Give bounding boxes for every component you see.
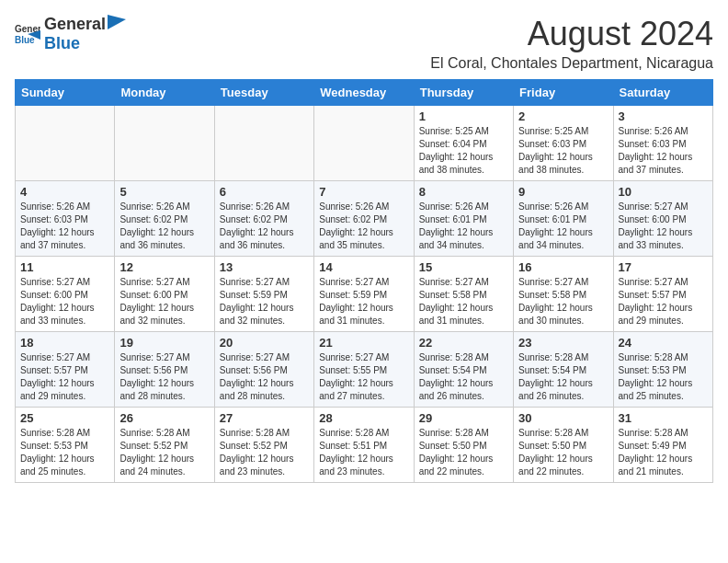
day-info: Sunrise: 5:28 AM Sunset: 5:49 PM Dayligh…: [619, 427, 708, 478]
day-number: 23: [518, 336, 608, 350]
calendar-cell: 3Sunrise: 5:26 AM Sunset: 6:03 PM Daylig…: [613, 106, 712, 181]
calendar-cell: 5Sunrise: 5:26 AM Sunset: 6:02 PM Daylig…: [115, 181, 214, 257]
day-number: 10: [619, 185, 708, 199]
week-row-2: 4Sunrise: 5:26 AM Sunset: 6:03 PM Daylig…: [16, 181, 713, 257]
weekday-header-tuesday: Tuesday: [214, 80, 313, 106]
day-info: Sunrise: 5:28 AM Sunset: 5:52 PM Dayligh…: [220, 427, 309, 478]
calendar-cell: 20Sunrise: 5:27 AM Sunset: 5:56 PM Dayli…: [214, 332, 313, 408]
page-header: General Blue General Blue August 2024 El…: [15, 15, 713, 72]
day-number: 15: [419, 260, 508, 274]
day-number: 9: [518, 185, 608, 199]
day-info: Sunrise: 5:26 AM Sunset: 6:03 PM Dayligh…: [20, 201, 109, 252]
day-number: 16: [518, 260, 608, 274]
day-number: 18: [20, 336, 109, 350]
weekday-header-sunday: Sunday: [16, 80, 115, 106]
day-info: Sunrise: 5:27 AM Sunset: 5:57 PM Dayligh…: [619, 276, 708, 327]
calendar-cell: 11Sunrise: 5:27 AM Sunset: 6:00 PM Dayli…: [16, 257, 115, 332]
day-info: Sunrise: 5:28 AM Sunset: 5:54 PM Dayligh…: [518, 351, 608, 403]
day-number: 4: [20, 185, 109, 199]
day-info: Sunrise: 5:28 AM Sunset: 5:50 PM Dayligh…: [518, 427, 608, 478]
day-info: Sunrise: 5:26 AM Sunset: 6:01 PM Dayligh…: [518, 201, 608, 252]
day-number: 1: [419, 109, 508, 123]
day-info: Sunrise: 5:28 AM Sunset: 5:53 PM Dayligh…: [619, 351, 708, 403]
day-info: Sunrise: 5:27 AM Sunset: 5:55 PM Dayligh…: [319, 351, 408, 403]
day-info: Sunrise: 5:26 AM Sunset: 6:01 PM Dayligh…: [419, 201, 508, 252]
day-info: Sunrise: 5:27 AM Sunset: 5:58 PM Dayligh…: [518, 276, 608, 327]
calendar-cell: [16, 106, 115, 181]
day-number: 12: [119, 260, 209, 274]
logo-icon: General Blue: [15, 21, 40, 47]
calendar-cell: 22Sunrise: 5:28 AM Sunset: 5:54 PM Dayli…: [414, 332, 513, 408]
day-number: 28: [319, 411, 408, 425]
logo-flag-icon: [108, 15, 126, 29]
main-title: August 2024: [430, 15, 713, 53]
day-info: Sunrise: 5:25 AM Sunset: 6:04 PM Dayligh…: [419, 125, 508, 177]
calendar-cell: 13Sunrise: 5:27 AM Sunset: 5:59 PM Dayli…: [214, 257, 313, 332]
day-number: 21: [319, 336, 408, 350]
weekday-header-row: SundayMondayTuesdayWednesdayThursdayFrid…: [16, 80, 713, 106]
subtitle: El Coral, Chontales Department, Nicaragu…: [430, 55, 713, 72]
day-number: 5: [119, 185, 209, 199]
calendar-cell: 19Sunrise: 5:27 AM Sunset: 5:56 PM Dayli…: [115, 332, 214, 408]
day-info: Sunrise: 5:27 AM Sunset: 5:56 PM Dayligh…: [220, 351, 309, 403]
weekday-header-wednesday: Wednesday: [314, 80, 414, 106]
day-info: Sunrise: 5:28 AM Sunset: 5:53 PM Dayligh…: [20, 427, 109, 478]
calendar-cell: 8Sunrise: 5:26 AM Sunset: 6:01 PM Daylig…: [414, 181, 513, 257]
day-number: 26: [119, 411, 209, 425]
day-number: 31: [619, 411, 708, 425]
calendar-cell: 29Sunrise: 5:28 AM Sunset: 5:50 PM Dayli…: [414, 408, 513, 483]
title-area: August 2024 El Coral, Chontales Departme…: [430, 15, 713, 72]
logo: General Blue General Blue: [15, 15, 126, 53]
day-number: 6: [220, 185, 309, 199]
day-number: 25: [20, 411, 109, 425]
day-number: 13: [220, 260, 309, 274]
day-number: 30: [518, 411, 608, 425]
calendar-cell: 7Sunrise: 5:26 AM Sunset: 6:02 PM Daylig…: [314, 181, 414, 257]
day-info: Sunrise: 5:27 AM Sunset: 6:00 PM Dayligh…: [20, 276, 109, 327]
day-info: Sunrise: 5:26 AM Sunset: 6:02 PM Dayligh…: [119, 201, 209, 252]
calendar-cell: 21Sunrise: 5:27 AM Sunset: 5:55 PM Dayli…: [314, 332, 414, 408]
week-row-1: 1Sunrise: 5:25 AM Sunset: 6:04 PM Daylig…: [16, 106, 713, 181]
calendar-cell: [115, 106, 214, 181]
day-number: 27: [220, 411, 309, 425]
calendar-cell: 16Sunrise: 5:27 AM Sunset: 5:58 PM Dayli…: [514, 257, 613, 332]
logo-blue-text: Blue: [44, 34, 80, 52]
calendar-cell: 25Sunrise: 5:28 AM Sunset: 5:53 PM Dayli…: [16, 408, 115, 483]
calendar-cell: [214, 106, 313, 181]
day-info: Sunrise: 5:27 AM Sunset: 5:56 PM Dayligh…: [119, 351, 209, 403]
day-number: 3: [619, 109, 708, 123]
weekday-header-friday: Friday: [514, 80, 613, 106]
calendar-cell: 18Sunrise: 5:27 AM Sunset: 5:57 PM Dayli…: [16, 332, 115, 408]
calendar-cell: 15Sunrise: 5:27 AM Sunset: 5:58 PM Dayli…: [414, 257, 513, 332]
day-info: Sunrise: 5:27 AM Sunset: 6:00 PM Dayligh…: [119, 276, 209, 327]
week-row-4: 18Sunrise: 5:27 AM Sunset: 5:57 PM Dayli…: [16, 332, 713, 408]
day-info: Sunrise: 5:26 AM Sunset: 6:03 PM Dayligh…: [619, 125, 708, 177]
calendar-cell: 26Sunrise: 5:28 AM Sunset: 5:52 PM Dayli…: [115, 408, 214, 483]
calendar-cell: 17Sunrise: 5:27 AM Sunset: 5:57 PM Dayli…: [613, 257, 712, 332]
day-info: Sunrise: 5:27 AM Sunset: 5:59 PM Dayligh…: [319, 276, 408, 327]
day-info: Sunrise: 5:27 AM Sunset: 6:00 PM Dayligh…: [619, 201, 708, 252]
day-number: 29: [419, 411, 508, 425]
calendar-cell: 1Sunrise: 5:25 AM Sunset: 6:04 PM Daylig…: [414, 106, 513, 181]
calendar-cell: 27Sunrise: 5:28 AM Sunset: 5:52 PM Dayli…: [214, 408, 313, 483]
day-info: Sunrise: 5:26 AM Sunset: 6:02 PM Dayligh…: [220, 201, 309, 252]
day-number: 14: [319, 260, 408, 274]
calendar-cell: 6Sunrise: 5:26 AM Sunset: 6:02 PM Daylig…: [214, 181, 313, 257]
day-info: Sunrise: 5:28 AM Sunset: 5:52 PM Dayligh…: [119, 427, 209, 478]
svg-marker-3: [108, 15, 126, 29]
weekday-header-saturday: Saturday: [613, 80, 712, 106]
day-info: Sunrise: 5:28 AM Sunset: 5:50 PM Dayligh…: [419, 427, 508, 478]
day-number: 22: [419, 336, 508, 350]
calendar-cell: 9Sunrise: 5:26 AM Sunset: 6:01 PM Daylig…: [514, 181, 613, 257]
day-number: 20: [220, 336, 309, 350]
day-info: Sunrise: 5:27 AM Sunset: 5:57 PM Dayligh…: [20, 351, 109, 403]
calendar-cell: 10Sunrise: 5:27 AM Sunset: 6:00 PM Dayli…: [613, 181, 712, 257]
day-info: Sunrise: 5:26 AM Sunset: 6:02 PM Dayligh…: [319, 201, 408, 252]
calendar-cell: 2Sunrise: 5:25 AM Sunset: 6:03 PM Daylig…: [514, 106, 613, 181]
logo-general-text: General: [44, 15, 106, 34]
day-info: Sunrise: 5:28 AM Sunset: 5:51 PM Dayligh…: [319, 427, 408, 478]
day-number: 2: [518, 109, 608, 123]
calendar-cell: 31Sunrise: 5:28 AM Sunset: 5:49 PM Dayli…: [613, 408, 712, 483]
weekday-header-monday: Monday: [115, 80, 214, 106]
calendar-cell: 28Sunrise: 5:28 AM Sunset: 5:51 PM Dayli…: [314, 408, 414, 483]
